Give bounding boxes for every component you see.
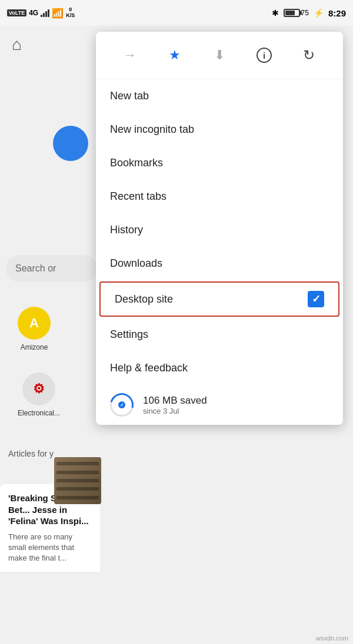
time: 8:29 bbox=[328, 8, 346, 18]
wifi-icon: 📶 bbox=[52, 8, 64, 19]
bluetooth-icon: ✱ bbox=[272, 8, 279, 18]
signal-bar-2 bbox=[43, 13, 45, 17]
menu-item-data-savings[interactable]: ✓ 106 MB saved since 3 Jul bbox=[96, 385, 343, 425]
amizone-label: Amizone bbox=[21, 343, 48, 351]
volte-badge: VoLTE bbox=[7, 9, 26, 16]
download-button[interactable]: ⬇ bbox=[207, 42, 232, 68]
new-incognito-label: New incognito tab bbox=[110, 123, 194, 136]
forward-button[interactable]: → bbox=[117, 42, 143, 68]
desktop-site-checkbox[interactable]: ✓ bbox=[308, 291, 324, 307]
menu-item-recent-tabs[interactable]: Recent tabs bbox=[96, 180, 343, 213]
search-bar[interactable]: Search or bbox=[6, 255, 97, 282]
shortcut-amizone[interactable]: A Amizone bbox=[18, 307, 51, 351]
menu-item-new-tab[interactable]: New tab bbox=[96, 79, 343, 113]
profile-avatar bbox=[53, 126, 88, 161]
info-icon: i bbox=[257, 48, 272, 63]
home-area: ⌂ bbox=[12, 35, 22, 54]
data-speed: 0 K/S bbox=[66, 7, 75, 19]
status-right: ✱ 75 ⚡ 8:29 bbox=[272, 8, 346, 18]
home-icon[interactable]: ⌂ bbox=[12, 35, 22, 53]
savings-center-dot: ✓ bbox=[118, 401, 125, 408]
savings-amount: 106 MB saved bbox=[143, 395, 207, 407]
savings-text: 106 MB saved since 3 Jul bbox=[143, 395, 207, 415]
blind-4 bbox=[56, 487, 99, 491]
bookmarks-label: Bookmarks bbox=[110, 157, 163, 169]
menu-item-bookmarks[interactable]: Bookmarks bbox=[96, 146, 343, 180]
menu-item-help-feedback[interactable]: Help & feedback bbox=[96, 351, 343, 385]
blind-2 bbox=[56, 471, 99, 474]
forward-icon: → bbox=[124, 48, 136, 63]
checkmark-icon: ✓ bbox=[312, 293, 321, 306]
electronical-label: Electronical... bbox=[18, 409, 60, 417]
blind-5 bbox=[56, 496, 99, 499]
signal-4g: 4G bbox=[29, 9, 38, 17]
menu-item-desktop-site[interactable]: Desktop site ✓ bbox=[99, 281, 339, 317]
electronical-icon: ⚙ bbox=[22, 373, 55, 405]
savings-icon: ✓ bbox=[110, 393, 134, 417]
new-tab-label: New tab bbox=[110, 90, 149, 102]
battery-container: 75 bbox=[284, 9, 309, 17]
signal-bar-1 bbox=[41, 15, 42, 17]
settings-label: Settings bbox=[110, 328, 148, 341]
browser-background: ⌂ Search or A Amizone ⚙ Electronical... … bbox=[0, 26, 353, 644]
shortcut-electronical[interactable]: ⚙ Electronical... bbox=[18, 373, 60, 417]
bookmark-icon: ★ bbox=[169, 48, 181, 63]
blind-1 bbox=[56, 462, 99, 465]
blind-3 bbox=[56, 479, 99, 482]
bookmark-button[interactable]: ★ bbox=[162, 42, 188, 68]
battery-box bbox=[284, 9, 300, 17]
signal-bars bbox=[41, 9, 49, 17]
menu-item-history[interactable]: History bbox=[96, 213, 343, 247]
amizone-icon: A bbox=[18, 307, 51, 340]
article-thumbnail bbox=[54, 457, 101, 504]
recent-tabs-label: Recent tabs bbox=[110, 190, 166, 203]
blinds-pattern bbox=[54, 457, 101, 504]
signal-bar-4 bbox=[48, 9, 49, 17]
article-description: There are so many small elements that ma… bbox=[8, 532, 92, 564]
status-left: VoLTE 4G 📶 0 K/S bbox=[7, 7, 75, 19]
help-feedback-label: Help & feedback bbox=[110, 362, 188, 374]
battery-level: 75 bbox=[301, 9, 309, 17]
battery-fill bbox=[285, 11, 295, 15]
download-icon: ⬇ bbox=[214, 48, 225, 63]
amizone-letter: A bbox=[29, 316, 39, 331]
articles-label-text: Articles for y bbox=[8, 449, 54, 458]
context-menu: → ★ ⬇ i ↻ New tab New incognito tab Book… bbox=[96, 32, 343, 425]
menu-header: → ★ ⬇ i ↻ bbox=[96, 32, 343, 79]
menu-item-new-incognito[interactable]: New incognito tab bbox=[96, 113, 343, 146]
refresh-icon: ↻ bbox=[303, 47, 315, 63]
desktop-site-label: Desktop site bbox=[115, 293, 173, 306]
status-bar: VoLTE 4G 📶 0 K/S ✱ 75 ⚡ 8:29 bbox=[0, 0, 353, 26]
menu-item-settings[interactable]: Settings bbox=[96, 318, 343, 351]
data-speed-unit: K/S bbox=[66, 13, 75, 19]
savings-check: ✓ bbox=[120, 402, 124, 408]
history-label: History bbox=[110, 224, 143, 236]
electronical-symbol: ⚙ bbox=[33, 381, 45, 397]
refresh-button[interactable]: ↻ bbox=[296, 42, 322, 68]
articles-for-label: Articles for y bbox=[8, 449, 54, 458]
watermark: wsxdn.com bbox=[316, 635, 348, 642]
info-button[interactable]: i bbox=[251, 42, 277, 68]
search-bar-text: Search or bbox=[15, 263, 56, 274]
signal-bar-3 bbox=[45, 11, 47, 17]
menu-item-downloads[interactable]: Downloads bbox=[96, 247, 343, 280]
savings-date: since 3 Jul bbox=[143, 407, 207, 415]
charging-icon: ⚡ bbox=[314, 8, 324, 18]
downloads-label: Downloads bbox=[110, 257, 162, 270]
